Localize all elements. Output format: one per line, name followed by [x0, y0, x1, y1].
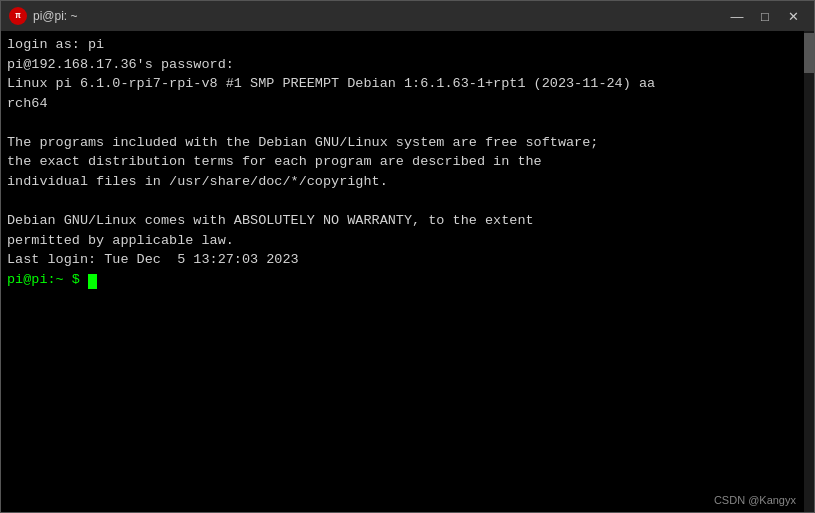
- line-lastlogin: Last login: Tue Dec 5 13:27:03 2023: [7, 250, 808, 270]
- line-sysinfo1: Linux pi 6.1.0-rpi7-rpi-v8 #1 SMP PREEMP…: [7, 74, 808, 94]
- scrollbar[interactable]: [804, 31, 814, 512]
- line-warranty1: Debian GNU/Linux comes with ABSOLUTELY N…: [7, 211, 808, 231]
- line-prompt: pi@pi:~ $: [7, 270, 808, 290]
- line-msg2: the exact distribution terms for each pr…: [7, 152, 808, 172]
- line-blank2: [7, 192, 808, 212]
- close-button[interactable]: ✕: [780, 6, 806, 26]
- line-blank1: [7, 113, 808, 133]
- line-msg3: individual files in /usr/share/doc/*/cop…: [7, 172, 808, 192]
- line-sysinfo2: rch64: [7, 94, 808, 114]
- line-warranty2: permitted by applicable law.: [7, 231, 808, 251]
- window-title: pi@pi: ~: [33, 9, 78, 23]
- maximize-button[interactable]: □: [752, 6, 778, 26]
- minimize-button[interactable]: —: [724, 6, 750, 26]
- scrollbar-thumb[interactable]: [804, 33, 814, 73]
- app-icon: π: [9, 7, 27, 25]
- window-controls: — □ ✕: [724, 6, 806, 26]
- watermark: CSDN @Kangyx: [714, 494, 796, 506]
- line-login: login as: pi: [7, 35, 808, 55]
- terminal-body[interactable]: login as: pi pi@192.168.17.36's password…: [1, 31, 814, 512]
- line-msg1: The programs included with the Debian GN…: [7, 133, 808, 153]
- line-password: pi@192.168.17.36's password:: [7, 55, 808, 75]
- terminal-window: π pi@pi: ~ — □ ✕ login as: pi pi@192.168…: [0, 0, 815, 513]
- title-bar: π pi@pi: ~ — □ ✕: [1, 1, 814, 31]
- title-bar-left: π pi@pi: ~: [9, 7, 78, 25]
- cursor: [88, 274, 97, 289]
